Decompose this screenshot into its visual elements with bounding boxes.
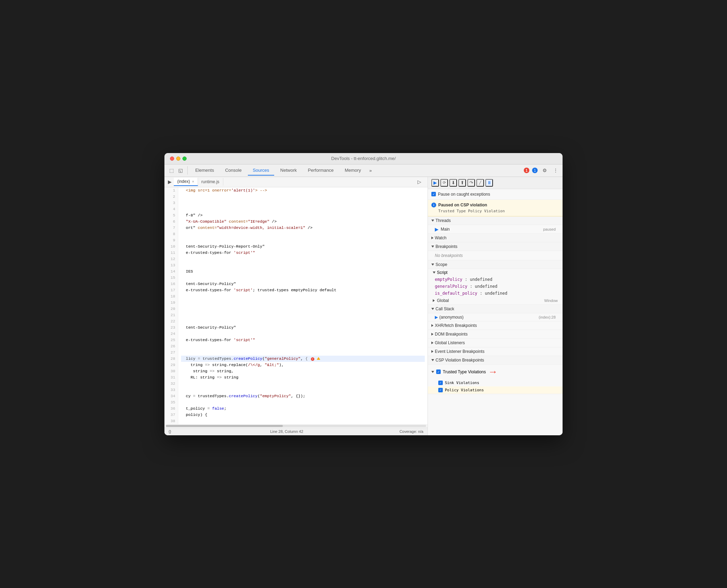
trusted-type-violations-label: Trusted Type Violations <box>443 369 486 374</box>
code-line-21 <box>181 312 425 318</box>
csp-violations-label: CSP Violation Breakpoints <box>436 358 484 363</box>
resume-btn[interactable]: ▶ <box>431 179 439 187</box>
code-content: <img src=1 onerror='alert(1)'> --> f-8" … <box>178 187 428 424</box>
script-scope-header[interactable]: Script <box>428 269 563 276</box>
thread-main[interactable]: ▶ Main paused <box>428 225 563 233</box>
step-into-btn[interactable]: ⬇ <box>449 179 457 187</box>
info-icon: i <box>431 203 436 207</box>
policy-violations-checkbox[interactable]: ✓ <box>438 388 443 392</box>
pause-exceptions-checkbox[interactable]: ✓ <box>431 192 436 196</box>
watch-header[interactable]: Watch <box>428 234 563 242</box>
scope-colon-1: : <box>465 277 470 282</box>
panel-toggle-icon[interactable]: ▶ <box>166 179 174 185</box>
line-num-7: 7 <box>164 225 178 231</box>
trusted-type-violations-checkbox[interactable]: ✓ <box>436 369 441 374</box>
threads-content: ▶ Main paused <box>428 225 563 234</box>
tab-console[interactable]: Console <box>220 166 246 176</box>
settings-icon[interactable]: ⚙ <box>540 166 549 175</box>
line-num-23: 23 <box>164 324 178 331</box>
global-listeners-header[interactable]: Global Listeners <box>428 339 563 347</box>
more-options-icon[interactable]: ⋮ <box>551 166 560 175</box>
scope-colon-3: : <box>480 291 485 296</box>
thread-arrow-icon: ▶ <box>435 226 439 232</box>
braces-icon[interactable]: {} <box>169 429 171 434</box>
callstack-anonymous[interactable]: ▶ (anonymous) (index):28 <box>428 313 563 321</box>
more-tabs-button[interactable]: » <box>367 167 374 175</box>
scope-header[interactable]: Scope <box>428 260 563 269</box>
xhr-breakpoints-header[interactable]: XHR/fetch Breakpoints <box>428 321 563 330</box>
call-stack-header[interactable]: Call Stack <box>428 305 563 313</box>
code-line-4 <box>181 206 425 212</box>
threads-header[interactable]: Threads <box>428 216 563 225</box>
file-tab-runtime[interactable]: runtime.js <box>198 178 223 186</box>
sink-violations-row[interactable]: ✓ Sink Violations <box>428 379 563 386</box>
tab-memory[interactable]: Memory <box>340 166 366 176</box>
step-out-btn[interactable]: ⬆ <box>458 179 466 187</box>
code-line-20 <box>181 306 425 312</box>
code-editor[interactable]: 1 2 3 4 5 6 7 8 9 10 11 12 13 14 15 16 1 <box>164 187 428 424</box>
step-btn[interactable]: ↷ <box>467 179 475 187</box>
pause-on-exceptions-btn[interactable]: ⏸ <box>485 179 493 187</box>
sink-violations-checkbox[interactable]: ✓ <box>438 381 443 385</box>
scope-val-empty-policy: undefined <box>470 277 492 282</box>
scrollbar-thumb[interactable] <box>166 425 283 427</box>
scope-content: Script emptyPolicy : undefined generalPo… <box>428 269 563 305</box>
line-num-28: 28 <box>164 356 178 362</box>
breakpoints-content: No breakpoints <box>428 251 563 260</box>
right-panel: ▶ ⟳ ⬇ ⬆ ↷ ╱ ⏸ ✓ Pause on caught exceptio… <box>428 177 563 435</box>
file-tab-index[interactable]: (index) × <box>174 178 198 186</box>
scrollbar-area[interactable] <box>164 424 428 428</box>
info-count: 1 <box>532 168 538 173</box>
global-scope-label: Global <box>437 298 544 303</box>
line-num-13: 13 <box>164 262 178 268</box>
file-tab-index-label: (index) <box>177 179 190 184</box>
close-button[interactable] <box>170 157 174 161</box>
global-scope-row[interactable]: Global Window <box>428 297 563 304</box>
cursor-icon[interactable]: ⬚ <box>167 166 176 175</box>
code-line-26 <box>181 343 425 349</box>
file-tab-index-close[interactable]: × <box>192 180 194 184</box>
run-snippet-icon[interactable]: ▷ <box>415 178 423 186</box>
code-line-24 <box>181 331 425 337</box>
line-num-27: 27 <box>164 349 178 356</box>
line-num-8: 8 <box>164 231 178 237</box>
csp-message: Trusted Type Policy Violation <box>431 209 559 213</box>
device-icon[interactable]: ◱ <box>176 166 185 175</box>
scope-key-empty-policy: emptyPolicy <box>435 277 462 282</box>
trusted-type-violations-row[interactable]: ✓ Trusted Type Violations → <box>428 365 563 379</box>
line-num-22: 22 <box>164 318 178 324</box>
file-tabs: ▶ (index) × runtime.js ▷ <box>164 177 428 187</box>
status-bar: {} Line 28, Column 42 Coverage: n/a <box>164 428 428 435</box>
code-line-18 <box>181 293 425 300</box>
event-listener-breakpoints-header[interactable]: Event Listener Breakpoints <box>428 347 563 356</box>
dom-breakpoints-header[interactable]: DOM Breakpoints <box>428 330 563 339</box>
policy-violations-row[interactable]: ✓ Policy Violations <box>428 386 563 394</box>
tab-elements[interactable]: Elements <box>190 166 219 176</box>
line-num-34: 34 <box>164 393 178 399</box>
csp-violations-header[interactable]: CSP Violation Breakpoints <box>428 356 563 365</box>
trusted-type-expand-icon <box>431 371 434 373</box>
tab-performance[interactable]: Performance <box>303 166 338 176</box>
tab-network[interactable]: Network <box>276 166 302 176</box>
scope-label: Scope <box>436 262 447 267</box>
maximize-button[interactable] <box>182 157 187 161</box>
code-line-37: policy) { <box>181 412 425 418</box>
pause-exceptions-label: Pause on caught exceptions <box>438 192 490 197</box>
code-line-10: tent-Security-Policy-Report-Only" <box>181 243 425 250</box>
call-stack-expand-icon <box>431 308 434 310</box>
line-num-30: 30 <box>164 368 178 374</box>
csp-title: i Paused on CSP violation <box>431 203 559 207</box>
scrollbar-track[interactable] <box>166 425 426 427</box>
line-num-19: 19 <box>164 300 178 306</box>
line-num-26: 26 <box>164 343 178 349</box>
minimize-button[interactable] <box>176 157 180 161</box>
line-num-20: 20 <box>164 306 178 312</box>
threads-expand-icon <box>431 220 434 222</box>
breakpoints-header[interactable]: Breakpoints <box>428 242 563 251</box>
tab-sources[interactable]: Sources <box>248 166 274 176</box>
traffic-lights <box>170 157 187 161</box>
scope-key-is-default: is_default_policy <box>435 291 477 296</box>
global-listeners-label: Global Listeners <box>435 340 465 345</box>
deactivate-btn[interactable]: ╱ <box>476 179 484 187</box>
step-over-btn[interactable]: ⟳ <box>440 179 448 187</box>
